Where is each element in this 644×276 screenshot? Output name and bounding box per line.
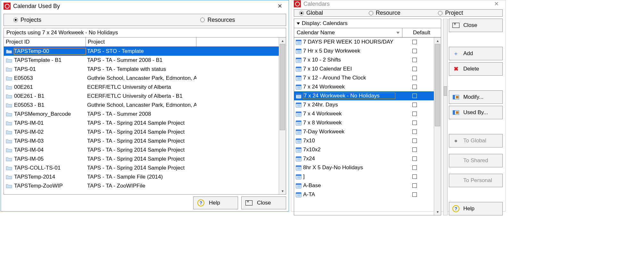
calendar-icon xyxy=(294,66,303,72)
default-checkbox[interactable] xyxy=(395,58,434,62)
scroll-up-icon[interactable]: ▴ xyxy=(434,38,441,44)
default-checkbox[interactable] xyxy=(395,147,434,152)
delete-button[interactable]: ✖ Delete xyxy=(449,62,503,76)
project-id-cell: TAPS-IM-05 xyxy=(14,156,86,162)
scroll-down-icon[interactable]: ▾ xyxy=(434,209,441,215)
table-row[interactable]: 7 x 4 Workweek xyxy=(294,109,434,118)
radio-global-label: Global xyxy=(306,10,323,16)
table-row[interactable]: 7x24 xyxy=(294,154,434,163)
table-row[interactable]: TAPSTemp-00TAPS - STO - Template xyxy=(4,47,279,56)
project-name-cell: TAPS - STO - Template xyxy=(86,48,196,54)
add-button[interactable]: ＋ Add xyxy=(449,47,503,60)
modify-button[interactable]: Modify... xyxy=(449,90,503,104)
table-row[interactable]: TAPSMemory_BarcodeTAPS - TA - Summer 200… xyxy=(4,110,279,119)
radio-resource[interactable]: Resource xyxy=(364,10,433,16)
col-project[interactable]: Project xyxy=(86,38,196,46)
default-checkbox[interactable] xyxy=(395,94,434,98)
default-checkbox[interactable] xyxy=(395,138,434,143)
table-row[interactable]: ] xyxy=(294,172,434,181)
project-name-cell: TAPS - TA - Sample File (2014) xyxy=(86,174,196,180)
project-name-cell: ECERF/ETLC University of Alberta xyxy=(86,84,196,90)
radio-resources[interactable]: Resources xyxy=(150,14,286,26)
display-calendars-toggle[interactable]: Display: Calendars xyxy=(294,19,441,28)
table-row[interactable]: TAPSTemplate - B1TAPS - TA - Summer 2008… xyxy=(4,56,279,65)
close-button[interactable]: Close xyxy=(241,197,286,209)
used-by-button-label: Used By... xyxy=(463,109,488,116)
table-row[interactable]: TAPS-IM-05TAPS - TA - Spring 2014 Sample… xyxy=(4,155,279,163)
help-button[interactable]: ? Help xyxy=(193,197,238,209)
col-project-id[interactable]: Project ID xyxy=(4,38,86,46)
table-row[interactable]: 00E261ECERF/ETLC University of Alberta xyxy=(4,83,279,92)
used-by-button[interactable]: Used By... xyxy=(449,106,503,119)
default-checkbox[interactable] xyxy=(395,192,434,197)
table-row[interactable]: 7x10 xyxy=(294,136,434,145)
table-row[interactable]: 00E261 - B1ECERF/ETLC University of Albe… xyxy=(4,92,279,101)
default-checkbox[interactable] xyxy=(395,174,434,179)
window-close-button[interactable]: ✕ xyxy=(273,0,286,12)
project-id-cell: TAPSTemplate - B1 xyxy=(14,57,86,63)
table-row[interactable]: 7 x 24hr. Days xyxy=(294,100,434,109)
table-row[interactable]: 8hr X 5 Day-No Holidays xyxy=(294,163,434,172)
default-checkbox[interactable] xyxy=(395,85,434,89)
table-row[interactable]: 7 x 12 - Around The Clock xyxy=(294,73,434,82)
table-row[interactable]: 7 Hr x 5 Day Workweek xyxy=(294,46,434,55)
table-row[interactable]: 7 x 10 Calendar EEI xyxy=(294,64,434,73)
project-id-cell: TAPS-IM-01 xyxy=(14,120,86,126)
default-checkbox[interactable] xyxy=(395,76,434,80)
scroll-up-icon[interactable]: ▴ xyxy=(279,38,286,44)
table-row[interactable]: 7-Day Workweek xyxy=(294,127,434,136)
table-row[interactable]: E05053Guthrie School, Lancaster Park, Ed… xyxy=(4,74,279,83)
scroll-thumb[interactable] xyxy=(444,86,447,96)
default-checkbox[interactable] xyxy=(395,112,434,116)
table-row[interactable]: E05053 - B1Guthrie School, Lancaster Par… xyxy=(4,101,279,110)
default-checkbox[interactable] xyxy=(395,130,434,134)
table-row[interactable]: A-Base xyxy=(294,181,434,190)
table-row[interactable]: TAPS-IM-03TAPS - TA - Spring 2014 Sample… xyxy=(4,137,279,146)
projects-scrollbar[interactable]: ▴ ▾ xyxy=(279,38,286,194)
table-row[interactable]: TAPS-IM-01TAPS - TA - Spring 2014 Sample… xyxy=(4,119,279,128)
default-checkbox[interactable] xyxy=(395,183,434,188)
table-row[interactable]: TAPS-IM-02TAPS - TA - Spring 2014 Sample… xyxy=(4,128,279,137)
col-calendar-name[interactable]: Calendar Name xyxy=(294,28,402,37)
default-checkbox[interactable] xyxy=(395,121,434,125)
calendar-icon xyxy=(294,146,303,153)
table-row[interactable]: TAPSTemp-ZooWIPTAPS - TA - ZooWIPFile xyxy=(4,181,279,190)
help-button[interactable]: ? Help xyxy=(449,202,503,215)
table-row[interactable]: A-TA xyxy=(294,190,434,199)
project-id-cell: 00E261 xyxy=(14,84,86,90)
actions-scrollbar[interactable] xyxy=(443,19,448,215)
calendar-name-cell: 7x24 xyxy=(303,155,395,162)
radio-global[interactable]: Global xyxy=(294,10,364,16)
radio-project[interactable]: Project xyxy=(433,10,502,16)
calendar-name-cell: 7-Day Workweek xyxy=(303,129,395,135)
default-checkbox[interactable] xyxy=(395,67,434,71)
default-checkbox[interactable] xyxy=(395,40,434,44)
table-row[interactable]: TAPS-IM-04TAPS - TA - Spring 2014 Sample… xyxy=(4,146,279,155)
scroll-thumb[interactable] xyxy=(435,44,440,126)
table-row[interactable]: 7 x 10 - 2 Shifts xyxy=(294,55,434,64)
default-checkbox[interactable] xyxy=(395,165,434,170)
table-row[interactable]: TAPSTemp-2014TAPS - TA - Sample File (20… xyxy=(4,172,279,181)
radio-projects[interactable]: Projects xyxy=(4,14,150,26)
table-row[interactable]: 7 DAYS PER WEEK 10 HOURS/DAY xyxy=(294,38,434,46)
close-button-label: Close xyxy=(257,200,271,206)
project-id-cell: E05053 - B1 xyxy=(14,102,86,108)
table-row[interactable]: 7 x 24 Workweek - No Holidays xyxy=(294,91,434,100)
default-checkbox[interactable] xyxy=(395,156,434,161)
close-button[interactable]: Close xyxy=(449,19,503,32)
table-row[interactable]: 7x10x2 xyxy=(294,145,434,154)
table-row[interactable]: 7 x 8 Workweek xyxy=(294,118,434,127)
calendar-name-cell: 7x10 xyxy=(303,138,395,144)
projects-using-header: Projects using 7 x 24 Workweek - No Holi… xyxy=(4,28,286,38)
default-checkbox[interactable] xyxy=(395,49,434,53)
default-checkbox[interactable] xyxy=(395,103,434,107)
to-shared-button-label: To Shared xyxy=(463,157,488,164)
table-row[interactable]: 7 x 24 Workweek xyxy=(294,82,434,91)
scroll-down-icon[interactable]: ▾ xyxy=(279,188,286,194)
calendars-scrollbar[interactable]: ▴ ▾ xyxy=(434,38,441,215)
table-row[interactable]: TAPS-01TAPS - TA - Template with status xyxy=(4,65,279,74)
window-close-button[interactable]: ✕ xyxy=(490,0,503,7)
table-row[interactable]: TAPS-COLL-TS-01TAPS - TA - Spring 2014 S… xyxy=(4,163,279,172)
scroll-thumb[interactable] xyxy=(280,44,285,130)
col-default[interactable]: Default xyxy=(402,28,441,37)
